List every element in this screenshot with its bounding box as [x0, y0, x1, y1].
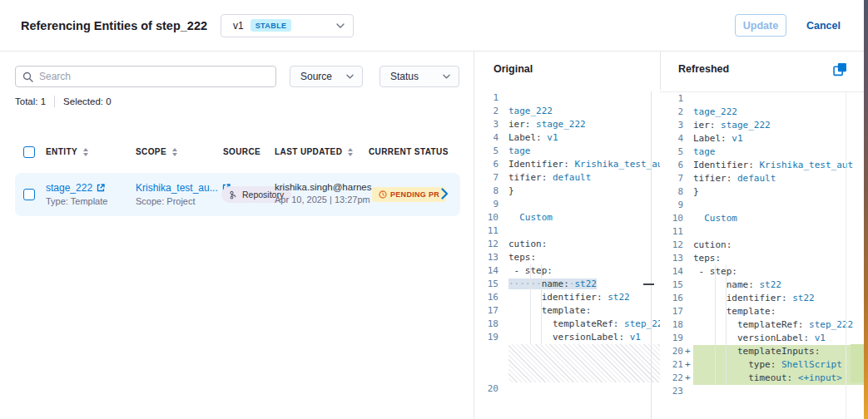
external-link-icon[interactable]	[97, 184, 105, 192]
added-line-marker	[498, 291, 508, 304]
code-line[interactable]: 16 identifier: st22	[660, 292, 864, 305]
code-line[interactable]: 13teps:	[660, 252, 864, 265]
added-line-marker	[498, 171, 508, 185]
updated-by: krishika.singh@harnes...	[275, 182, 379, 192]
code-line[interactable]: 20	[475, 382, 660, 396]
version-dropdown[interactable]: v1 STABLE	[221, 14, 354, 37]
code-line[interactable]: 3ier: stage_222	[660, 119, 864, 132]
code-line[interactable]: 15 name: st22	[660, 279, 864, 292]
code-line[interactable]: 8}	[475, 185, 660, 198]
code-line[interactable]: 17 template:	[475, 304, 660, 318]
scope-sub: Scope: Project	[136, 196, 231, 206]
pending-clock-icon	[379, 190, 387, 199]
search-input[interactable]	[39, 71, 269, 82]
code-line[interactable]: 6Identifier: Krishika_test_aut	[660, 159, 864, 172]
code-line[interactable]: 19 versionLabel: v1	[660, 332, 864, 345]
code-line[interactable]: 6Identifier: Krishika_test_aut	[475, 158, 660, 171]
code-line[interactable]: 21+ type: ShellScript	[660, 358, 864, 372]
code-line[interactable]: 4Label: v1	[660, 132, 864, 145]
code-line[interactable]: 10 Custom	[660, 212, 864, 225]
code-line[interactable]: 9	[660, 199, 864, 212]
code-line[interactable]: 5tage	[475, 145, 660, 158]
last-updated-cell: krishika.singh@harnes... Apr 10, 2025 | …	[275, 182, 379, 205]
select-all-checkbox[interactable]	[23, 146, 35, 158]
line-number: 16	[660, 292, 683, 305]
added-line-marker	[683, 279, 693, 292]
code-line[interactable]: 17 template:	[660, 305, 864, 318]
code-line[interactable]: 7tifier: default	[475, 171, 660, 185]
code-line[interactable]: 14 - step:	[660, 265, 864, 279]
added-line-marker	[683, 305, 693, 318]
code-line[interactable]: 18 templateRef: step_222	[475, 318, 660, 331]
scope-link[interactable]: Krishika_test_au...	[136, 182, 218, 194]
line-number: 7	[475, 171, 498, 185]
collapsed-lines-placeholder	[508, 344, 660, 382]
code-line[interactable]: 2tage_222	[660, 106, 864, 119]
line-number: 15	[475, 278, 498, 291]
code-line[interactable]: 16 identifier: st22	[475, 291, 660, 304]
code-line[interactable]: 9	[475, 198, 660, 211]
line-number: 6	[660, 159, 683, 172]
line-number: 12	[475, 238, 498, 251]
added-line-marker	[683, 132, 693, 145]
code-line[interactable]: 19 versionLabel: v1	[475, 331, 660, 344]
line-number: 4	[660, 132, 683, 145]
code-line[interactable]: 14 - step:	[475, 264, 660, 278]
added-line-marker	[498, 198, 508, 211]
chevron-right-icon[interactable]	[441, 188, 449, 200]
code-line[interactable]: 12cution:	[475, 238, 660, 251]
cancel-button[interactable]: Cancel	[806, 20, 841, 32]
code-line[interactable]: 22+ timeout: <+input>	[660, 372, 864, 385]
status-filter-dropdown[interactable]: Status	[379, 66, 459, 87]
column-header-last-updated: LAST UPDATED	[275, 147, 353, 156]
line-number: 11	[660, 225, 683, 239]
code-line[interactable]: 7tifier: default	[660, 172, 864, 185]
code-line[interactable]: 1	[660, 92, 864, 106]
entity-link[interactable]: stage_222	[46, 182, 92, 194]
added-line-marker	[498, 238, 508, 251]
code-line[interactable]: 10 Custom	[475, 211, 660, 224]
diff-splitter[interactable]	[651, 91, 652, 419]
source-filter-dropdown[interactable]: Source	[290, 66, 363, 87]
code-line[interactable]: 15······name:·st22	[475, 278, 660, 291]
line-number: 5	[475, 145, 498, 158]
refreshed-code-editor[interactable]: 12tage_2223ier: stage_2224Label: v15tage…	[660, 91, 864, 419]
indent-guide	[726, 264, 727, 384]
entity-list-panel: Source Status Total: 1 Selected: 0 ENTIT…	[0, 52, 474, 419]
code-line[interactable]: 11	[660, 225, 864, 239]
column-header-scope: SCOPE	[136, 147, 177, 156]
added-line-marker	[498, 131, 508, 145]
sort-scope-icon[interactable]	[172, 148, 177, 156]
code-line[interactable]: 11	[475, 224, 660, 238]
sort-entity-icon[interactable]	[83, 148, 88, 156]
line-number: 10	[475, 211, 498, 224]
code-line[interactable]: 2tage_222	[475, 105, 660, 118]
code-line[interactable]: 4Label: v1	[475, 131, 660, 145]
original-code-editor[interactable]: 12tage_2223ier: stage_2224Label: v15tage…	[475, 91, 660, 419]
code-line[interactable]: 12cution:	[660, 239, 864, 252]
table-row[interactable]: stage_222 Type: Template Krishika_test_a…	[15, 173, 460, 216]
added-line-marker	[498, 224, 508, 238]
update-button[interactable]: Update	[735, 14, 786, 37]
line-number: 7	[660, 172, 683, 185]
added-line-marker	[498, 264, 508, 278]
code-line[interactable]: 3ier: stage_222	[475, 118, 660, 131]
code-line[interactable]: 8}	[660, 185, 864, 199]
code-line[interactable]: 23	[660, 385, 864, 398]
code-line[interactable]: 20+ templateInputs:	[660, 345, 864, 358]
sort-last-updated-icon[interactable]	[348, 148, 353, 156]
added-line-marker	[498, 304, 508, 318]
code-line[interactable]: 5tage	[660, 145, 864, 159]
code-line[interactable]: 13teps:	[475, 251, 660, 264]
code-line[interactable]: 1	[475, 91, 660, 105]
row-checkbox[interactable]	[23, 189, 35, 200]
line-number: 15	[660, 279, 683, 292]
code-line[interactable]: 18 templateRef: step_222	[660, 318, 864, 332]
repository-icon	[229, 190, 238, 200]
status-filter-label: Status	[390, 71, 419, 82]
scrollbar-track[interactable]	[846, 91, 846, 419]
line-number: 3	[475, 118, 498, 131]
added-line-marker	[498, 185, 508, 198]
status-badge-label: PENDING PR	[390, 190, 439, 199]
copy-icon[interactable]	[833, 62, 848, 77]
